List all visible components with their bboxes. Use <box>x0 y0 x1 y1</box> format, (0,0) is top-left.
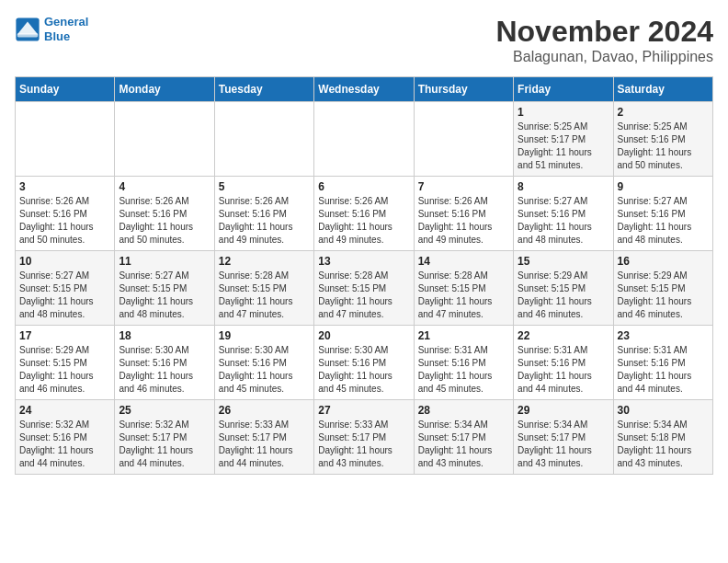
day-info: Sunrise: 5:26 AMSunset: 5:16 PMDaylight:… <box>19 195 110 247</box>
page-header: General Blue November 2024 Balagunan, Da… <box>15 15 713 65</box>
calendar-day-cell: 17Sunrise: 5:29 AMSunset: 5:15 PMDayligh… <box>16 326 115 400</box>
day-number: 22 <box>518 329 609 342</box>
day-info: Sunrise: 5:26 AMSunset: 5:16 PMDaylight:… <box>219 195 310 247</box>
day-number: 24 <box>19 404 110 417</box>
logo-line1: General <box>44 15 88 29</box>
day-number: 15 <box>518 255 609 268</box>
day-info: Sunrise: 5:32 AMSunset: 5:16 PMDaylight:… <box>19 419 110 470</box>
day-number: 10 <box>19 255 110 268</box>
day-info: Sunrise: 5:29 AMSunset: 5:15 PMDaylight:… <box>19 344 110 396</box>
day-number: 4 <box>119 180 210 193</box>
day-number: 23 <box>618 329 709 342</box>
calendar-day-cell: 21Sunrise: 5:31 AMSunset: 5:16 PMDayligh… <box>414 326 513 400</box>
day-info: Sunrise: 5:25 AMSunset: 5:17 PMDaylight:… <box>518 121 609 172</box>
calendar-day-cell <box>414 102 513 177</box>
weekday-header: Friday <box>514 77 613 102</box>
day-info: Sunrise: 5:28 AMSunset: 5:15 PMDaylight:… <box>219 270 310 321</box>
calendar-day-cell: 2Sunrise: 5:25 AMSunset: 5:16 PMDaylight… <box>613 102 712 177</box>
day-number: 12 <box>219 255 310 268</box>
logo-text: General Blue <box>44 15 88 43</box>
calendar-week-row: 24Sunrise: 5:32 AMSunset: 5:16 PMDayligh… <box>16 400 713 475</box>
day-info: Sunrise: 5:31 AMSunset: 5:16 PMDaylight:… <box>418 344 509 396</box>
weekday-header: Thursday <box>414 77 513 102</box>
day-number: 25 <box>119 404 210 417</box>
day-number: 8 <box>518 180 609 193</box>
month-title: November 2024 <box>495 15 713 49</box>
logo: General Blue <box>15 15 88 43</box>
calendar-table: SundayMondayTuesdayWednesdayThursdayFrid… <box>15 76 713 475</box>
calendar-day-cell: 4Sunrise: 5:26 AMSunset: 5:16 PMDaylight… <box>115 177 214 251</box>
calendar-day-cell: 13Sunrise: 5:28 AMSunset: 5:15 PMDayligh… <box>314 251 414 326</box>
calendar-day-cell: 6Sunrise: 5:26 AMSunset: 5:16 PMDaylight… <box>314 177 414 251</box>
day-number: 20 <box>318 329 409 342</box>
day-info: Sunrise: 5:25 AMSunset: 5:16 PMDaylight:… <box>618 121 709 172</box>
calendar-day-cell: 19Sunrise: 5:30 AMSunset: 5:16 PMDayligh… <box>214 326 313 400</box>
day-info: Sunrise: 5:27 AMSunset: 5:16 PMDaylight:… <box>518 195 609 247</box>
day-number: 1 <box>518 106 609 119</box>
weekday-header: Tuesday <box>214 77 313 102</box>
calendar-day-cell: 28Sunrise: 5:34 AMSunset: 5:17 PMDayligh… <box>414 400 513 475</box>
day-number: 28 <box>418 404 509 417</box>
calendar-day-cell: 1Sunrise: 5:25 AMSunset: 5:17 PMDaylight… <box>514 102 613 177</box>
calendar-day-cell <box>115 102 214 177</box>
calendar-day-cell: 26Sunrise: 5:33 AMSunset: 5:17 PMDayligh… <box>214 400 313 475</box>
day-info: Sunrise: 5:31 AMSunset: 5:16 PMDaylight:… <box>518 344 609 396</box>
weekday-header: Sunday <box>16 77 115 102</box>
day-info: Sunrise: 5:30 AMSunset: 5:16 PMDaylight:… <box>119 344 210 396</box>
day-number: 3 <box>19 180 110 193</box>
day-info: Sunrise: 5:26 AMSunset: 5:16 PMDaylight:… <box>119 195 210 247</box>
day-number: 14 <box>418 255 509 268</box>
day-info: Sunrise: 5:34 AMSunset: 5:17 PMDaylight:… <box>418 419 509 470</box>
day-info: Sunrise: 5:29 AMSunset: 5:15 PMDaylight:… <box>618 270 709 321</box>
calendar-day-cell: 14Sunrise: 5:28 AMSunset: 5:15 PMDayligh… <box>414 251 513 326</box>
day-info: Sunrise: 5:28 AMSunset: 5:15 PMDaylight:… <box>318 270 409 321</box>
day-number: 18 <box>119 329 210 342</box>
day-info: Sunrise: 5:28 AMSunset: 5:15 PMDaylight:… <box>418 270 509 321</box>
calendar-day-cell: 11Sunrise: 5:27 AMSunset: 5:15 PMDayligh… <box>115 251 214 326</box>
day-number: 17 <box>19 329 110 342</box>
day-number: 5 <box>219 180 310 193</box>
calendar-day-cell: 9Sunrise: 5:27 AMSunset: 5:16 PMDaylight… <box>613 177 712 251</box>
logo-line2: Blue <box>44 29 70 43</box>
calendar-week-row: 1Sunrise: 5:25 AMSunset: 5:17 PMDaylight… <box>16 102 713 177</box>
day-number: 7 <box>418 180 509 193</box>
day-number: 6 <box>318 180 409 193</box>
day-info: Sunrise: 5:27 AMSunset: 5:15 PMDaylight:… <box>19 270 110 321</box>
calendar-day-cell: 15Sunrise: 5:29 AMSunset: 5:15 PMDayligh… <box>514 251 613 326</box>
calendar-day-cell: 25Sunrise: 5:32 AMSunset: 5:17 PMDayligh… <box>115 400 214 475</box>
calendar-week-row: 3Sunrise: 5:26 AMSunset: 5:16 PMDaylight… <box>16 177 713 251</box>
calendar-day-cell: 29Sunrise: 5:34 AMSunset: 5:17 PMDayligh… <box>514 400 613 475</box>
day-info: Sunrise: 5:34 AMSunset: 5:17 PMDaylight:… <box>518 419 609 470</box>
day-info: Sunrise: 5:26 AMSunset: 5:16 PMDaylight:… <box>418 195 509 247</box>
calendar-day-cell: 8Sunrise: 5:27 AMSunset: 5:16 PMDaylight… <box>514 177 613 251</box>
day-info: Sunrise: 5:27 AMSunset: 5:15 PMDaylight:… <box>119 270 210 321</box>
title-block: November 2024 Balagunan, Davao, Philippi… <box>495 15 713 65</box>
location-title: Balagunan, Davao, Philippines <box>495 49 713 65</box>
calendar-day-cell <box>214 102 313 177</box>
day-info: Sunrise: 5:26 AMSunset: 5:16 PMDaylight:… <box>318 195 409 247</box>
day-info: Sunrise: 5:27 AMSunset: 5:16 PMDaylight:… <box>618 195 709 247</box>
calendar-day-cell: 22Sunrise: 5:31 AMSunset: 5:16 PMDayligh… <box>514 326 613 400</box>
calendar-day-cell: 16Sunrise: 5:29 AMSunset: 5:15 PMDayligh… <box>613 251 712 326</box>
day-info: Sunrise: 5:30 AMSunset: 5:16 PMDaylight:… <box>318 344 409 396</box>
calendar-day-cell: 3Sunrise: 5:26 AMSunset: 5:16 PMDaylight… <box>16 177 115 251</box>
calendar-day-cell: 12Sunrise: 5:28 AMSunset: 5:15 PMDayligh… <box>214 251 313 326</box>
logo-icon <box>15 17 40 42</box>
day-info: Sunrise: 5:31 AMSunset: 5:16 PMDaylight:… <box>618 344 709 396</box>
day-number: 29 <box>518 404 609 417</box>
day-info: Sunrise: 5:32 AMSunset: 5:17 PMDaylight:… <box>119 419 210 470</box>
weekday-header: Saturday <box>613 77 712 102</box>
calendar-day-cell: 23Sunrise: 5:31 AMSunset: 5:16 PMDayligh… <box>613 326 712 400</box>
calendar-day-cell <box>16 102 115 177</box>
day-number: 9 <box>618 180 709 193</box>
day-number: 11 <box>119 255 210 268</box>
weekday-header: Monday <box>115 77 214 102</box>
calendar-day-cell: 24Sunrise: 5:32 AMSunset: 5:16 PMDayligh… <box>16 400 115 475</box>
day-number: 16 <box>618 255 709 268</box>
calendar-day-cell <box>314 102 414 177</box>
day-info: Sunrise: 5:33 AMSunset: 5:17 PMDaylight:… <box>318 419 409 470</box>
svg-rect-2 <box>17 33 38 37</box>
calendar-day-cell: 10Sunrise: 5:27 AMSunset: 5:15 PMDayligh… <box>16 251 115 326</box>
day-number: 13 <box>318 255 409 268</box>
day-info: Sunrise: 5:33 AMSunset: 5:17 PMDaylight:… <box>219 419 310 470</box>
